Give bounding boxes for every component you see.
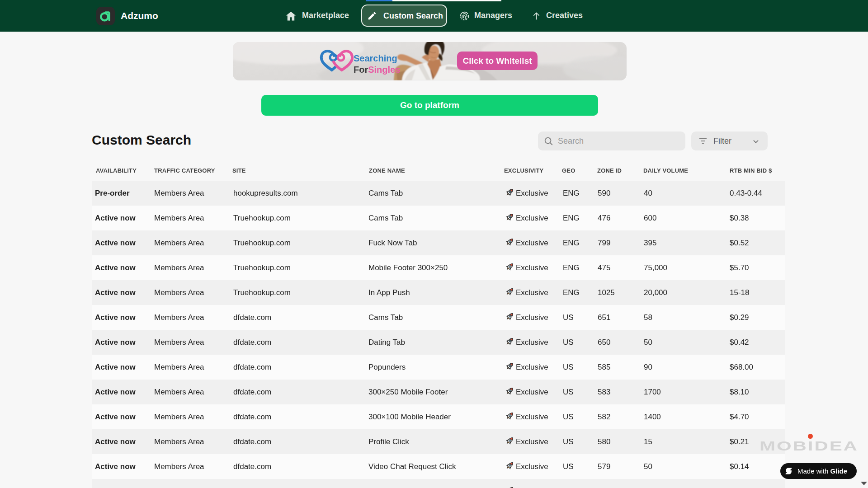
svg-text:ForSingles: ForSingles [354, 65, 400, 75]
svg-text:Searching: Searching [354, 53, 397, 63]
